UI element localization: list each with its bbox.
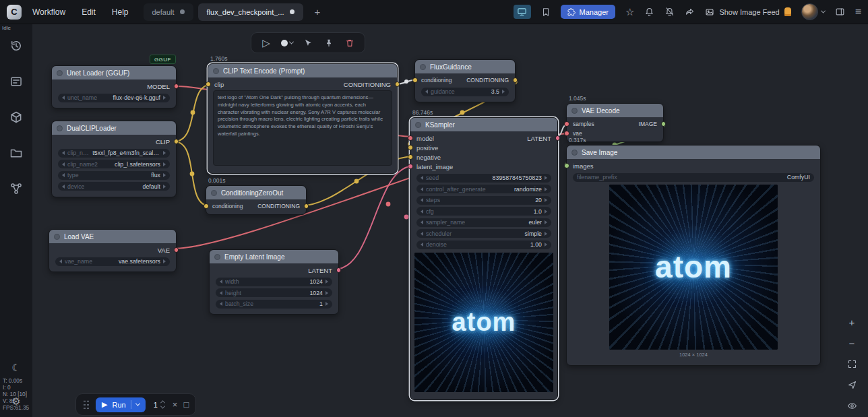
node-header[interactable]: Save Image xyxy=(567,146,820,159)
combo-left-arrow-icon[interactable] xyxy=(421,176,423,180)
combo-left-arrow-icon[interactable] xyxy=(425,90,428,94)
combo-left-arrow-icon[interactable] xyxy=(62,151,65,155)
node-header[interactable]: Empty Latent Image xyxy=(210,250,338,263)
batch-count-input[interactable]: 1 xyxy=(152,400,166,409)
node-header[interactable]: Unet Loader (GGUF) xyxy=(52,66,176,79)
zoom-in-button[interactable]: + xyxy=(844,315,859,329)
drag-handle[interactable] xyxy=(83,399,90,410)
sidebar-item-history[interactable] xyxy=(8,38,24,54)
negative-input-port[interactable] xyxy=(408,154,413,160)
theme-toggle-button[interactable]: ☾ xyxy=(8,359,24,375)
fit-view-button[interactable] xyxy=(844,356,859,371)
notification-button[interactable] xyxy=(644,7,654,17)
tab-default[interactable]: default xyxy=(144,3,193,21)
show-image-feed-button[interactable]: Show Image Feed xyxy=(705,7,790,17)
positive-input-port[interactable] xyxy=(408,145,413,150)
combo-right-arrow-icon[interactable] xyxy=(545,210,547,214)
widget-steps[interactable]: steps20 xyxy=(416,196,551,205)
node-load-vae[interactable]: Load VAE VAE vae_namevae.safetensors xyxy=(49,229,177,272)
collapse-dot[interactable] xyxy=(571,108,578,114)
widget-clip-name1[interactable]: clip_name1t5xxl_fp8_e4m3fn_scaled.safete… xyxy=(58,149,170,158)
panel-toggle-button[interactable] xyxy=(835,7,845,17)
combo-right-arrow-icon[interactable] xyxy=(163,259,166,263)
widget-cfg[interactable]: cfg1.0 xyxy=(416,207,551,216)
node-flux-guidance[interactable]: FluxGuidance conditioning CONDITIONING g… xyxy=(414,59,516,102)
batch-stepper[interactable] xyxy=(161,400,164,409)
widget-unet-name[interactable]: unet_name flux-dev-q6-k.gguf xyxy=(58,94,170,102)
combo-right-arrow-icon[interactable] xyxy=(545,176,547,180)
samples-input-port[interactable] xyxy=(564,121,569,127)
combo-right-arrow-icon[interactable] xyxy=(545,187,547,191)
menu-workflow[interactable]: Workflow xyxy=(32,7,65,17)
sidebar-item-queue[interactable] xyxy=(8,73,24,90)
widget-device[interactable]: devicedefault xyxy=(58,182,170,191)
sidebar-item-node-library[interactable] xyxy=(8,181,24,197)
combo-left-arrow-icon[interactable] xyxy=(421,232,423,236)
pin-button[interactable] xyxy=(321,36,337,51)
combo-left-arrow-icon[interactable] xyxy=(220,280,222,284)
manager-button[interactable]: Manager xyxy=(561,5,615,19)
combo-left-arrow-icon[interactable] xyxy=(421,198,423,202)
images-input-port[interactable] xyxy=(564,163,569,168)
combo-left-arrow-icon[interactable] xyxy=(62,173,65,177)
tab-flux-dev-checkpoint[interactable]: flux_dev_checkpoint_... xyxy=(198,3,303,21)
hamburger-menu-button[interactable]: ≡ xyxy=(855,7,861,18)
terminal-button[interactable] xyxy=(514,5,531,19)
node-header[interactable]: Load VAE xyxy=(49,230,176,243)
combo-right-arrow-icon[interactable] xyxy=(163,185,166,189)
pointer-mode-button[interactable] xyxy=(300,36,316,51)
notification-mute-button[interactable] xyxy=(664,7,675,17)
latent-output-port[interactable] xyxy=(336,267,342,273)
combo-right-arrow-icon[interactable] xyxy=(163,96,166,100)
node-header[interactable]: KSampler xyxy=(410,118,557,131)
node-header[interactable]: ConditioningZeroOut xyxy=(206,186,306,199)
widget-scheduler[interactable]: schedulersimple xyxy=(416,229,551,238)
collapse-dot[interactable] xyxy=(415,122,421,128)
widget-vae-name[interactable]: vae_namevae.safetensors xyxy=(55,257,170,266)
widget-height[interactable]: height1024 xyxy=(216,288,332,297)
node-header[interactable]: CLIP Text Encode (Prompt) xyxy=(208,64,397,77)
sidebar-item-workflows[interactable] xyxy=(8,145,24,161)
collapse-dot[interactable] xyxy=(54,234,60,240)
collapse-dot[interactable] xyxy=(420,64,426,70)
model-output-port[interactable] xyxy=(174,84,179,89)
collapse-dot[interactable] xyxy=(214,254,220,260)
latent-image-input-port[interactable] xyxy=(408,164,413,169)
collapse-dot[interactable] xyxy=(571,150,578,156)
conditioning-output-port[interactable] xyxy=(395,82,400,87)
combo-left-arrow-icon[interactable] xyxy=(62,96,65,100)
combo-right-arrow-icon[interactable] xyxy=(326,280,328,284)
node-graph-canvas[interactable]: GGUF Unet Loader (GGUF) MODEL unet_name … xyxy=(32,24,868,417)
focus-mode-button[interactable] xyxy=(844,398,859,413)
prompt-textarea[interactable]: text logo of "Atom One Dark" pulsing thr… xyxy=(213,90,392,166)
comfyui-logo[interactable]: C xyxy=(7,5,22,20)
node-clip-text-encode[interactable]: 1.760s CLIP Text Encode (Prompt) clip CO… xyxy=(208,63,398,174)
conditioning-input-port[interactable] xyxy=(412,77,418,83)
menu-edit[interactable]: Edit xyxy=(82,7,96,17)
collapse-dot[interactable] xyxy=(57,70,63,76)
node-header[interactable]: VAE Decode xyxy=(567,104,663,117)
combo-right-arrow-icon[interactable] xyxy=(163,162,166,166)
clip-output-port[interactable] xyxy=(174,139,179,144)
conditioning-output-port[interactable] xyxy=(304,203,309,209)
combo-right-arrow-icon[interactable] xyxy=(326,291,328,295)
widget-width[interactable]: width1024 xyxy=(216,278,332,286)
image-output-port[interactable] xyxy=(661,121,666,127)
delete-button[interactable] xyxy=(342,36,358,51)
combo-left-arrow-icon[interactable] xyxy=(421,187,423,191)
node-unet-loader-gguf[interactable]: GGUF Unet Loader (GGUF) MODEL unet_name … xyxy=(51,65,177,108)
combo-left-arrow-icon[interactable] xyxy=(220,302,222,306)
star-button[interactable]: ☆ xyxy=(625,7,634,17)
bookmark-button[interactable] xyxy=(541,7,551,17)
model-input-port[interactable] xyxy=(408,135,413,141)
combo-right-arrow-icon[interactable] xyxy=(545,198,547,202)
menu-help[interactable]: Help xyxy=(112,7,129,17)
collapse-dot[interactable] xyxy=(213,68,219,74)
clip-input-port[interactable] xyxy=(206,82,211,87)
combo-right-arrow-icon[interactable] xyxy=(326,302,328,306)
widget-filename-prefix[interactable]: filename_prefix ComfyUI xyxy=(573,173,814,182)
conditioning-output-port[interactable] xyxy=(513,77,518,83)
combo-left-arrow-icon[interactable] xyxy=(59,259,62,263)
stop-button[interactable]: □ xyxy=(183,399,189,410)
widget-type[interactable]: typeflux xyxy=(58,171,170,180)
